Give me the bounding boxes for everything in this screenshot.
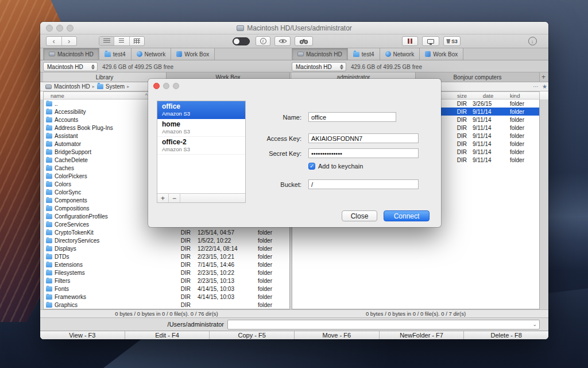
tab-right-network[interactable]: Network (380, 48, 420, 60)
window-controls (46, 25, 74, 32)
globe-icon (385, 51, 391, 57)
left-volume-select[interactable]: Macintosh HD (43, 62, 98, 71)
connection-item-home[interactable]: homeAmazon S3 (157, 119, 245, 137)
tab-right-work-box[interactable]: Work Box (420, 48, 463, 60)
network-drives-button[interactable] (422, 36, 439, 46)
chevron-down-icon[interactable]: ⌄ (530, 321, 539, 327)
file-name-cell: Frameworks (44, 294, 150, 300)
close-button[interactable]: Close (342, 210, 377, 221)
column-header-date[interactable]: date (470, 93, 506, 99)
close-dialog-icon[interactable] (153, 83, 160, 89)
file-name: Address Book Plug-Ins (55, 125, 113, 131)
downloads-button[interactable]: ↓ (525, 36, 539, 46)
file-row[interactable]: ExtensionsDIR7/14/15, 14:46folder (44, 260, 289, 269)
tab-left-test4[interactable]: test4 (99, 48, 131, 60)
preview-button[interactable] (274, 36, 291, 46)
folder-icon (46, 109, 52, 114)
file-name-cell: DirectoryServices (44, 237, 150, 244)
zoom-window-icon[interactable] (67, 25, 74, 32)
file-row[interactable]: DirectoryServicesDIR1/5/22, 10:22folder (44, 236, 289, 244)
tab-left-network[interactable]: Network (131, 48, 172, 60)
s3-connection-dialog: officeAmazon S3homeAmazon S3office-2Amaz… (148, 79, 441, 227)
column-header-name[interactable]: name ^ (44, 93, 150, 99)
file-name: DTDs (55, 254, 69, 260)
info-button[interactable]: i (256, 36, 270, 46)
minimize-window-icon[interactable] (56, 25, 63, 32)
bucket-icon (446, 39, 450, 44)
panel-toggle[interactable] (233, 37, 250, 45)
file-kind: folder (506, 101, 539, 107)
function-button-f8[interactable]: Delete - F8 (464, 331, 548, 339)
function-button-f7[interactable]: NewFolder - F7 (380, 331, 465, 339)
file-row[interactable]: CryptoTokenKitDIR12/5/14, 04:57folder (44, 228, 289, 236)
right-status-text: 0 bytes / 0 bytes in 0 / 0 file(s). 0 / … (292, 310, 540, 317)
tab-right-macintosh-hd[interactable]: Macintosh HD (292, 48, 348, 60)
tab-label: Network (393, 51, 415, 57)
column-header-size[interactable]: size (436, 93, 470, 99)
command-input[interactable] (228, 320, 530, 329)
file-row[interactable]: FrameworksDIR4/14/15, 10:03folder (44, 293, 289, 301)
file-date: 9/11/14 (470, 125, 506, 131)
thumb-view-button[interactable] (129, 37, 144, 45)
add-connection-button[interactable]: + (157, 194, 169, 202)
add-tab-button[interactable]: + (540, 72, 547, 82)
breadcrumb-item-volume[interactable]: Macintosh HD (54, 83, 90, 90)
file-row[interactable]: FontsDIR4/14/15, 10:03folder (44, 285, 289, 293)
file-size: DIR (150, 278, 193, 284)
tab-right-test4[interactable]: test4 (348, 48, 380, 60)
list-view-icon (103, 39, 110, 44)
file-row[interactable]: FiltersDIR2/23/15, 10:13folder (44, 277, 289, 285)
folder-icon (46, 270, 52, 275)
list-view-button[interactable] (99, 37, 114, 45)
file-name-cell: Fonts (44, 286, 150, 292)
file-row[interactable]: DTDsDIR2/23/15, 10:21folder (44, 252, 289, 260)
function-button-f5[interactable]: Copy - F5 (210, 331, 295, 339)
file-size: DIR (150, 237, 193, 244)
connection-item-office-2[interactable]: office-2Amazon S3 (157, 137, 245, 155)
favorites-star-icon[interactable]: ★ (542, 83, 547, 90)
forward-button[interactable]: › (61, 37, 77, 45)
file-kind: folder (253, 270, 289, 276)
file-name: Frameworks (55, 294, 86, 300)
detail-view-button[interactable] (114, 37, 129, 45)
s3-connections-button[interactable]: S3 (443, 36, 461, 46)
tab-left-work-box[interactable]: Work Box (171, 48, 215, 60)
connect-button[interactable]: Connect (384, 210, 430, 221)
secret-key-field[interactable] (308, 148, 419, 158)
close-window-icon[interactable] (46, 25, 53, 32)
tab-label: Work Box (184, 51, 209, 57)
file-date: 4/14/15, 10:03 (193, 286, 253, 292)
right-volume-select[interactable]: Macintosh HD (292, 62, 346, 71)
connection-item-office[interactable]: officeAmazon S3 (157, 101, 245, 119)
queue-button[interactable] (402, 36, 418, 46)
file-name: Assistant (55, 133, 78, 139)
folder-icon (46, 190, 52, 195)
function-button-f4[interactable]: Edit - F4 (125, 331, 210, 339)
file-name: CoreServices (55, 221, 89, 228)
keychain-checkbox[interactable]: ✓ (308, 163, 315, 170)
title-bar[interactable]: Macintosh HD/Users/administrator (40, 22, 548, 34)
pane-tab-bars: Macintosh HDtest4NetworkWork Box Macinto… (40, 48, 548, 60)
file-name-cell: ColorSync (44, 189, 150, 195)
file-row[interactable]: FilesystemsDIR2/23/15, 10:22folder (44, 269, 289, 277)
remove-connection-button[interactable]: − (169, 194, 180, 202)
access-key-field[interactable] (308, 133, 419, 143)
file-name: Components (55, 197, 87, 204)
name-field[interactable] (308, 112, 396, 122)
bucket-field[interactable] (308, 179, 419, 189)
file-row[interactable]: DisplaysDIR12/22/14, 08:14folder (44, 244, 289, 252)
breadcrumb-item-system[interactable]: System (106, 83, 125, 90)
overflow-icon[interactable]: ⋯ (533, 83, 539, 90)
search-button[interactable] (295, 36, 313, 46)
file-name: ColorSync (55, 189, 81, 195)
function-button-f3[interactable]: View - F3 (40, 331, 125, 339)
tab-left-macintosh-hd[interactable]: Macintosh HD (43, 48, 99, 60)
function-button-f6[interactable]: Move - F6 (295, 331, 380, 339)
name-label: Name: (249, 114, 305, 121)
file-kind: folder (253, 278, 289, 284)
file-row[interactable]: GraphicsDIRfolder (44, 301, 289, 309)
updown-arrows-icon (340, 64, 343, 70)
column-header-kind[interactable]: kind (506, 93, 539, 99)
back-button[interactable]: ‹ (47, 37, 61, 45)
folder-icon (46, 230, 52, 235)
